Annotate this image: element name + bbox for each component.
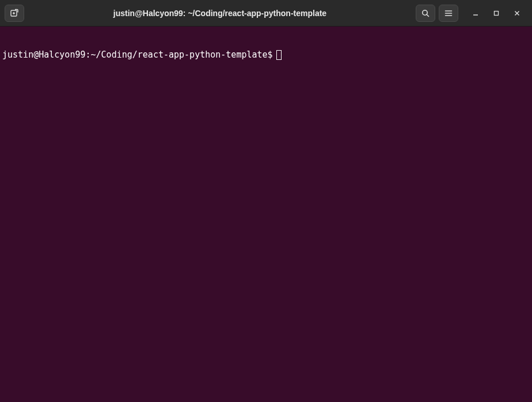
- shell-prompt: justin@Halcyon99:~/Coding/react-app-pyth…: [2, 50, 273, 60]
- svg-line-4: [427, 14, 428, 16]
- hamburger-icon: [444, 9, 453, 18]
- close-button[interactable]: [510, 6, 524, 20]
- minimize-button[interactable]: [469, 6, 482, 20]
- search-icon: [421, 9, 430, 18]
- window-controls: [469, 6, 527, 20]
- titlebar: justin@Halcyon99: ~/Coding/react-app-pyt…: [0, 0, 532, 26]
- maximize-icon: [493, 10, 500, 17]
- close-icon: [514, 10, 520, 17]
- new-tab-button[interactable]: [5, 5, 24, 22]
- terminal-area[interactable]: justin@Halcyon99:~/Coding/react-app-pyth…: [0, 26, 532, 402]
- new-tab-icon: [10, 9, 19, 18]
- prompt-line: justin@Halcyon99:~/Coding/react-app-pyth…: [2, 50, 530, 60]
- menu-button[interactable]: [439, 5, 458, 22]
- search-button[interactable]: [416, 5, 435, 22]
- maximize-button[interactable]: [489, 6, 503, 20]
- window-title: justin@Halcyon99: ~/Coding/react-app-pyt…: [113, 9, 326, 18]
- title-area: justin@Halcyon99: ~/Coding/react-app-pyt…: [28, 9, 412, 18]
- minimize-icon: [472, 10, 479, 17]
- terminal-cursor: [276, 50, 282, 60]
- svg-rect-9: [495, 11, 499, 15]
